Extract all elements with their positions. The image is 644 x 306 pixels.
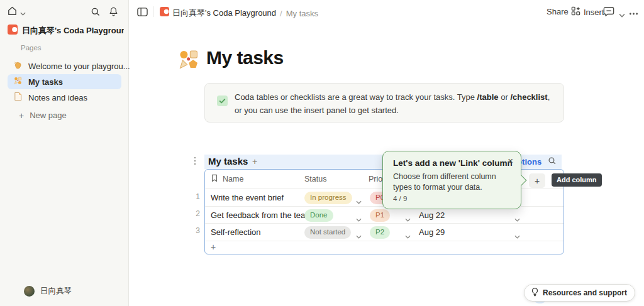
search-button[interactable] — [91, 7, 101, 19]
row-number: 2 — [191, 209, 200, 218]
table-row[interactable]: Get feedback from the team Done P1 Aug 2… — [205, 207, 564, 224]
table-drag-handle-icon[interactable] — [192, 156, 197, 168]
chevron-down-icon[interactable] — [405, 230, 411, 241]
status-pill[interactable]: Done — [304, 209, 333, 222]
date-cell[interactable]: Aug 22 — [419, 210, 445, 220]
close-icon[interactable]: × — [508, 155, 513, 166]
sidebar: 日向真琴's Coda Playground Pages Welcome to … — [0, 0, 129, 306]
chevron-down-icon — [20, 7, 26, 18]
avatar — [24, 286, 35, 297]
task-name-cell[interactable]: Self-reflection — [211, 227, 260, 237]
table-title-add-button[interactable]: + — [252, 156, 257, 167]
sidebar-item-label: Welcome to your playgrou... — [28, 62, 130, 71]
panel-toggle-icon — [137, 7, 148, 19]
lightbulb-icon — [531, 287, 539, 299]
new-page-label: New page — [30, 111, 67, 120]
add-row-button[interactable]: + — [211, 242, 216, 252]
comment-icon — [603, 6, 614, 19]
table-search-button[interactable] — [548, 156, 557, 168]
add-column-button[interactable]: + — [529, 173, 545, 188]
callout-text: Coda tables or checklists are a great wa… — [235, 90, 559, 117]
task-name-cell[interactable]: Write the event brief — [211, 193, 284, 202]
date-cell[interactable]: Aug 29 — [419, 227, 445, 237]
sidebar-item-label: My tasks — [28, 77, 63, 87]
resources-button[interactable]: Resources and support — [524, 284, 635, 302]
workspace-title: 日向真琴's Coda Playground — [22, 25, 124, 36]
more-options-button[interactable] — [629, 8, 638, 19]
user-name: 日向真琴 — [40, 286, 72, 297]
breadcrumb-current[interactable]: My tasks — [286, 9, 318, 18]
callout: Coda tables or checklists are a great wa… — [204, 83, 564, 123]
resources-label: Resources and support — [543, 288, 627, 297]
plus-icon: + — [19, 111, 24, 120]
chevron-down-icon[interactable] — [356, 230, 362, 241]
add-column-tooltip: Add column — [552, 173, 602, 187]
page-pinwheel-icon — [177, 48, 201, 74]
workspace-header[interactable]: 日向真琴's Coda Playground — [8, 25, 124, 37]
bookmark-icon — [211, 174, 218, 184]
task-name-cell[interactable]: Get feedback from the team — [211, 210, 312, 220]
insert-icon — [571, 6, 580, 18]
status-pill[interactable]: In progress — [304, 192, 352, 204]
coach-popover: Let's add a new 'Link' column × Choose f… — [382, 151, 521, 209]
table-title[interactable]: My tasks — [208, 156, 248, 167]
divider — [153, 6, 153, 17]
wave-icon — [13, 60, 23, 72]
expand-chevron-button[interactable] — [619, 9, 625, 20]
search-icon — [91, 7, 101, 19]
chevron-down-icon[interactable] — [356, 195, 362, 207]
bell-icon — [108, 6, 119, 19]
page-title: My tasks — [206, 47, 284, 68]
insert-button[interactable]: Insert — [571, 6, 604, 18]
column-header-status[interactable]: Status — [304, 170, 326, 189]
sidebar-item-label: Notes and ideas — [28, 93, 87, 102]
status-pill[interactable]: Not started — [304, 226, 351, 239]
breadcrumb-root[interactable]: 日向真琴's Coda Playground — [172, 8, 276, 19]
chevron-down-icon — [619, 9, 625, 20]
new-page-button[interactable]: + New page — [19, 111, 67, 120]
table-row[interactable]: Self-reflection Not started P2 Aug 29 — [205, 224, 564, 241]
divider — [205, 241, 564, 241]
ellipsis-icon — [629, 8, 638, 19]
share-button[interactable]: Share — [547, 7, 569, 16]
priority-pill[interactable]: P2 — [370, 226, 390, 239]
coda-logo-icon — [8, 25, 18, 37]
insert-label: Insert — [584, 8, 604, 17]
pinwheel-icon — [13, 76, 23, 88]
priority-pill[interactable]: P1 — [370, 209, 390, 222]
row-number: 3 — [191, 226, 200, 235]
row-number: 1 — [191, 192, 200, 201]
notifications-button[interactable] — [108, 6, 119, 19]
check-icon — [217, 96, 228, 109]
breadcrumb-separator: / — [280, 9, 282, 18]
sidebar-item-welcome[interactable]: Welcome to your playgrou... — [8, 58, 121, 74]
pages-section-label: Pages — [21, 44, 42, 52]
column-header-name[interactable]: Name — [211, 170, 243, 189]
note-icon — [13, 92, 23, 104]
home-button[interactable] — [7, 6, 28, 18]
comment-button[interactable] — [603, 6, 614, 19]
sidebar-item-notes[interactable]: Notes and ideas — [8, 90, 121, 105]
sidebar-item-my-tasks[interactable]: My tasks — [8, 74, 121, 89]
coda-logo-icon — [160, 7, 169, 19]
home-icon — [7, 6, 18, 19]
popover-title: Let's add a new 'Link' column — [393, 158, 513, 168]
sidebar-toggle-button[interactable] — [137, 7, 148, 19]
chevron-down-icon[interactable] — [514, 230, 520, 241]
user-profile[interactable]: 日向真琴 — [24, 286, 72, 297]
breadcrumb: 日向真琴's Coda Playground / My tasks — [172, 8, 318, 19]
popover-body: Choose from different column types to fo… — [393, 172, 513, 193]
popover-progress: 4 / 9 — [393, 195, 407, 202]
